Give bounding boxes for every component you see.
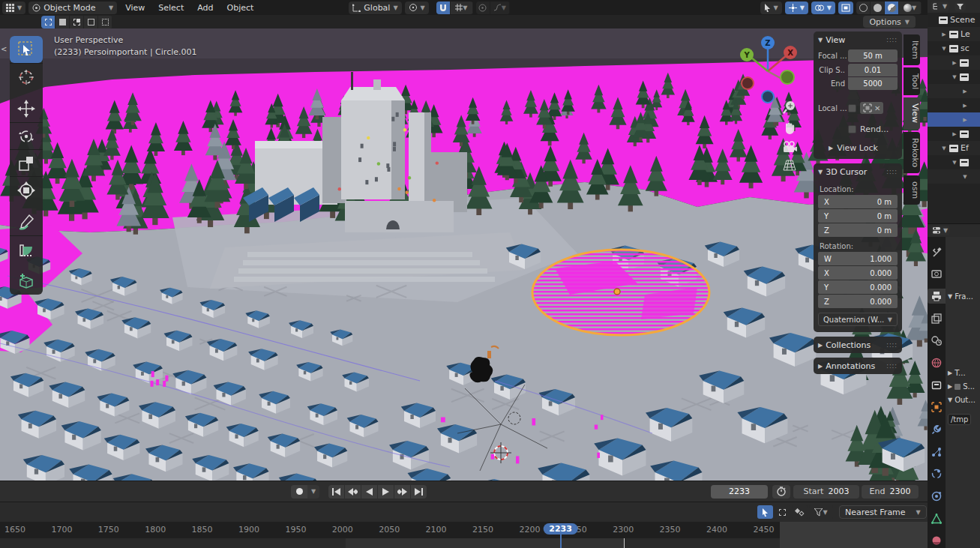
expand-arrow-icon[interactable]: ▼ — [962, 174, 968, 180]
playhead-badge[interactable]: 2233 — [543, 523, 578, 535]
panel-grip-icon[interactable]: :::: — [886, 363, 898, 370]
collection-icon-props[interactable] — [928, 378, 946, 393]
physics-icon[interactable] — [928, 466, 946, 481]
timeline-box-select-tool[interactable] — [775, 505, 790, 519]
expand-arrow-icon[interactable]: ▼ — [941, 145, 947, 151]
rotation-mode-dropdown[interactable]: Quaternion (W... ▼ — [818, 313, 898, 326]
expand-arrow-icon[interactable]: ▼ — [952, 160, 958, 166]
focal-length-field[interactable]: 50 m — [848, 49, 898, 62]
tool-select-box[interactable] — [10, 36, 43, 63]
play-button[interactable] — [378, 485, 394, 499]
gizmo-minus-y[interactable] — [781, 70, 794, 84]
select-mode-invert[interactable] — [84, 16, 98, 28]
tool-rotate[interactable] — [10, 122, 43, 149]
cursor-loc-x-field[interactable]: X0 m — [818, 195, 898, 208]
select-tool-dropdown[interactable]: ▼ — [760, 1, 782, 14]
world-icon[interactable] — [928, 355, 946, 370]
start-frame-field[interactable]: Start2003 — [793, 485, 859, 499]
region-collapse-chevron[interactable]: < — [1, 45, 7, 53]
outliner-row[interactable]: ▼ — [928, 155, 980, 169]
local-camera-picker[interactable]: ✕ — [860, 102, 883, 114]
outliner-row[interactable]: ▶ — [928, 127, 980, 141]
menu-object[interactable]: Object — [220, 3, 261, 13]
current-frame-field[interactable]: 2233 — [711, 485, 768, 499]
panel-grip-icon[interactable]: :::: — [886, 169, 898, 175]
timeline-insert-key-tool[interactable] — [792, 505, 808, 519]
outliner-row[interactable]: ▶ — [928, 55, 980, 70]
perspective-grid-icon[interactable] — [783, 160, 796, 171]
clip-end-field[interactable]: 5000 — [848, 77, 898, 90]
select-mode-set[interactable] — [41, 16, 55, 28]
outliner-display-mode-dropdown[interactable]: ▼ — [931, 1, 949, 11]
particles-icon[interactable] — [928, 445, 946, 460]
cursor-rot-x-field[interactable]: X0.000 — [818, 266, 898, 280]
use-preview-range-button[interactable] — [772, 485, 790, 499]
outliner-row[interactable]: ▶ — [928, 98, 980, 112]
gizmo-minus-x[interactable] — [742, 77, 754, 89]
select-mode-extend[interactable] — [55, 16, 70, 28]
viewport-3d[interactable]: < User Perspective (2233) Persoimportant… — [0, 28, 928, 481]
annotations-panel-header[interactable]: ▶ Annotations :::: — [814, 358, 902, 374]
tool-scale[interactable] — [10, 149, 43, 176]
tool-add-cube[interactable] — [10, 268, 43, 295]
collections-panel-header[interactable]: ▶ Collections :::: — [814, 337, 902, 353]
properties-editor-dropdown[interactable]: ▼ — [931, 226, 950, 235]
cursor-rot-w-field[interactable]: W1.000 — [818, 252, 898, 265]
expand-arrow-icon[interactable]: ▶ — [962, 117, 968, 123]
stereo-panel-header[interactable]: ▶S... — [948, 382, 975, 391]
tab-osm[interactable]: osm — [904, 175, 920, 205]
view-panel-header[interactable]: ▼ View :::: — [814, 31, 902, 48]
scene-icon[interactable] — [928, 334, 946, 349]
play-reverse-button[interactable] — [361, 485, 377, 499]
expand-arrow-icon[interactable]: ▼ — [941, 46, 947, 52]
cursor-panel-header[interactable]: ▼ 3D Cursor :::: — [814, 163, 902, 180]
xray-toggle[interactable] — [838, 1, 853, 14]
outliner-row[interactable]: ▼ — [928, 169, 980, 184]
tool-move[interactable] — [10, 95, 43, 122]
tab-item[interactable]: Item — [904, 34, 920, 65]
view-layer-icon[interactable] — [928, 311, 946, 326]
proportional-falloff-dropdown[interactable]: ▼ — [490, 1, 510, 14]
output-icon[interactable] — [928, 289, 946, 304]
end-frame-field[interactable]: End2300 — [862, 485, 919, 499]
panel-grip-icon[interactable]: :::: — [886, 342, 898, 349]
material-icon[interactable] — [928, 533, 946, 548]
local-camera-checkbox[interactable] — [848, 104, 856, 112]
tool-annotate[interactable] — [10, 208, 43, 235]
snap-toggle[interactable] — [436, 1, 451, 14]
expand-arrow-icon[interactable]: ▶ — [952, 131, 958, 137]
editor-type-dropdown[interactable]: ▼ — [2, 1, 25, 14]
gizmo-y-label[interactable]: Y — [743, 51, 750, 59]
outliner-filter-dropdown[interactable] — [955, 1, 966, 11]
output-path-field[interactable]: /tmp — [948, 414, 971, 425]
expand-arrow-icon[interactable]: ▼ — [952, 74, 958, 80]
cursor-rot-z-field[interactable]: Z0.000 — [818, 295, 898, 308]
pan-hand-icon[interactable] — [784, 121, 796, 134]
playhead-line[interactable] — [560, 532, 562, 548]
menu-view[interactable]: View — [118, 3, 151, 13]
outliner-row[interactable]: ▼sc — [928, 41, 980, 55]
constraints-icon[interactable] — [928, 489, 946, 504]
tab-rokoko[interactable]: Rokoko — [904, 132, 920, 173]
time-panel-header[interactable]: ▶T... — [948, 369, 966, 377]
tool-icon[interactable] — [928, 244, 946, 259]
select-mode-subtract[interactable] — [70, 16, 84, 28]
object-icon[interactable] — [928, 400, 946, 415]
data-icon[interactable] — [928, 511, 946, 526]
transform-orientation-dropdown[interactable]: Global ▼ — [349, 1, 401, 14]
options-dropdown[interactable]: Options ▼ — [863, 16, 916, 28]
proportional-edit-toggle[interactable] — [476, 1, 490, 14]
snap-mode-dropdown-timeline[interactable]: Nearest Frame ▼ — [839, 505, 927, 519]
tab-tool[interactable]: Tool — [904, 67, 920, 95]
expand-arrow-icon[interactable]: ▶ — [962, 103, 968, 109]
camera-view-icon[interactable] — [782, 141, 797, 153]
outliner-row[interactable]: Scene — [928, 13, 980, 27]
expand-arrow-icon[interactable]: ▶ — [952, 60, 958, 66]
pivot-point-dropdown[interactable]: ▼ — [405, 1, 429, 14]
snap-mode-dropdown[interactable]: ▼ — [451, 1, 473, 14]
shading-solid-button[interactable] — [871, 1, 885, 14]
clip-start-field[interactable]: 0.01 — [848, 64, 898, 76]
expand-arrow-icon[interactable]: ▶ — [941, 31, 947, 37]
close-icon[interactable]: ✕ — [874, 104, 880, 112]
outliner-row[interactable]: ▼Ef — [928, 141, 980, 155]
